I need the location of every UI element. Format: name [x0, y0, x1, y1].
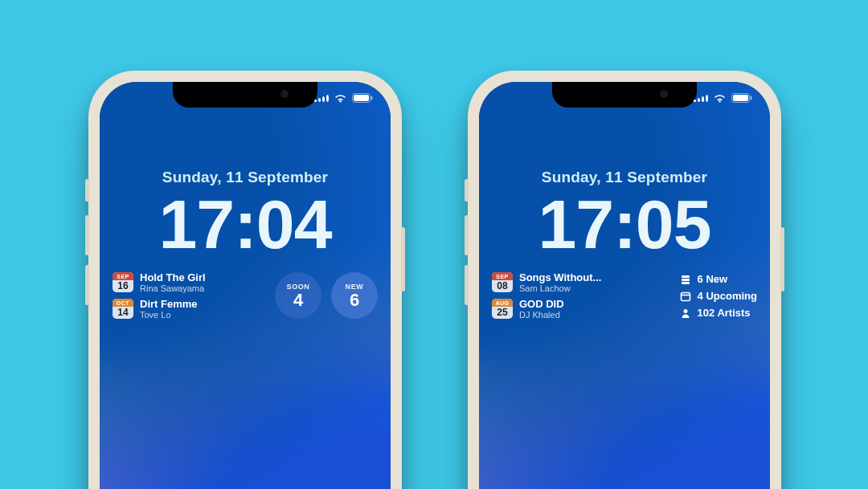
stat-text: 4 Upcoming: [698, 290, 757, 302]
notch: [173, 82, 317, 108]
lock-screen[interactable]: Sunday, 11 September 17:05 SEP 08 Songs …: [479, 82, 770, 489]
album-row[interactable]: SEP 08 Songs Without... Sam Lachow: [492, 271, 669, 293]
lock-screen-content: Sunday, 11 September 17:05 SEP 08 Songs …: [479, 169, 770, 320]
lock-screen-time: 17:04: [159, 189, 332, 259]
power-button: [401, 227, 405, 291]
count-widgets: SOON 4 NEW 6: [275, 271, 378, 320]
upcoming-albums-widget[interactable]: SEP 16 Hold The Girl Rina Sawayama OCT: [113, 271, 264, 320]
stat-upcoming: 4 Upcoming: [680, 290, 757, 302]
widget-value: 6: [350, 291, 359, 309]
album-title: GOD DID: [519, 298, 564, 310]
badge-day: 14: [113, 307, 133, 319]
promo-stage: Sunday, 11 September 17:04 SEP 16 Hold T…: [0, 0, 868, 489]
badge-month: OCT: [113, 299, 133, 307]
badge-day: 16: [113, 280, 133, 292]
album-row[interactable]: SEP 16 Hold The Girl Rina Sawayama: [113, 271, 264, 293]
calendar-badge-icon: SEP 08: [492, 272, 513, 292]
widget-label: SOON: [287, 283, 310, 291]
calendar-badge-icon: SEP 16: [113, 272, 133, 292]
album-row[interactable]: OCT 14 Dirt Femme Tove Lo: [113, 298, 264, 320]
svg-rect-7: [682, 279, 690, 281]
stat-text: 6 New: [698, 273, 728, 285]
album-artist: Tove Lo: [140, 310, 198, 320]
phone-mockup-right: Sunday, 11 September 17:05 SEP 08 Songs …: [468, 71, 781, 489]
badge-day: 08: [492, 280, 513, 292]
lock-screen-time: 17:05: [538, 189, 711, 259]
lock-screen-date: Sunday, 11 September: [542, 169, 707, 186]
svg-point-11: [683, 309, 687, 313]
calendar-badge-icon: AUG 25: [492, 299, 513, 319]
album-artist: Rina Sawayama: [140, 283, 206, 293]
upcoming-albums-widget[interactable]: SEP 08 Songs Without... Sam Lachow AUG: [492, 271, 669, 320]
stat-artists: 102 Artists: [680, 307, 757, 319]
volume-up-button: [85, 215, 89, 255]
cellular-signal-icon: [694, 95, 708, 102]
calendar-icon: [680, 291, 691, 302]
phone-mockup-left: Sunday, 11 September 17:04 SEP 16 Hold T…: [88, 71, 402, 489]
svg-rect-1: [354, 95, 369, 101]
status-bar: [694, 93, 752, 103]
widget-value: 4: [293, 291, 303, 309]
lock-screen-widgets: SEP 16 Hold The Girl Rina Sawayama OCT: [113, 271, 378, 320]
svg-rect-5: [751, 96, 752, 100]
lock-screen-widgets: SEP 08 Songs Without... Sam Lachow AUG: [492, 271, 757, 320]
badge-day: 25: [492, 307, 513, 319]
lock-screen-content: Sunday, 11 September 17:04 SEP 16 Hold T…: [100, 169, 391, 320]
battery-icon: [731, 93, 752, 103]
lock-screen[interactable]: Sunday, 11 September 17:04 SEP 16 Hold T…: [100, 82, 391, 489]
power-button: [780, 227, 784, 291]
soon-count-widget[interactable]: SOON 4: [275, 272, 321, 319]
cellular-signal-icon: [314, 95, 329, 102]
album-title: Hold The Girl: [140, 271, 206, 283]
volume-up-button: [465, 215, 469, 255]
album-row[interactable]: AUG 25 GOD DID DJ Khaled: [492, 298, 669, 320]
status-bar: [314, 93, 373, 103]
wifi-icon: [334, 93, 347, 103]
lock-screen-date: Sunday, 11 September: [162, 169, 328, 186]
new-count-widget[interactable]: NEW 6: [331, 272, 378, 319]
mute-switch: [465, 179, 469, 202]
notch: [552, 82, 697, 108]
album-title: Dirt Femme: [140, 298, 198, 310]
badge-month: SEP: [113, 272, 133, 280]
person-icon: [680, 308, 691, 319]
badge-month: AUG: [492, 299, 513, 307]
svg-rect-8: [682, 282, 690, 284]
svg-rect-6: [682, 275, 690, 278]
widget-label: NEW: [346, 283, 364, 291]
album-artist: Sam Lachow: [519, 283, 601, 293]
stack-icon: [680, 274, 691, 285]
stats-widget[interactable]: 6 New 4 Upcoming 102 Artis: [680, 271, 757, 320]
stat-text: 102 Artists: [698, 307, 751, 319]
svg-rect-2: [371, 96, 373, 100]
volume-down-button: [85, 265, 89, 305]
volume-down-button: [465, 265, 469, 305]
svg-rect-9: [681, 292, 690, 300]
wifi-icon: [713, 93, 727, 103]
album-title: Songs Without...: [519, 271, 601, 283]
mute-switch: [85, 179, 89, 202]
svg-rect-4: [733, 95, 748, 101]
badge-month: SEP: [492, 272, 513, 280]
stat-new: 6 New: [680, 273, 757, 285]
album-artist: DJ Khaled: [519, 310, 564, 320]
battery-icon: [352, 93, 373, 103]
calendar-badge-icon: OCT 14: [113, 299, 133, 319]
